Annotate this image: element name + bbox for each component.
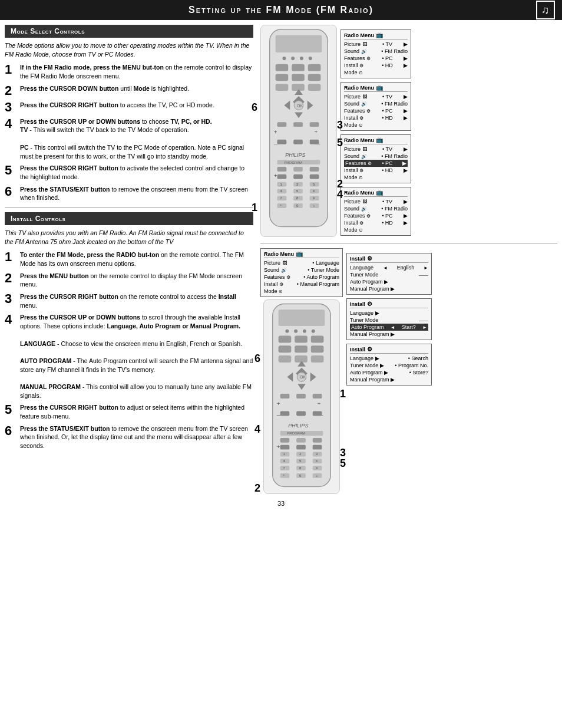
step6-num: 6 (5, 185, 16, 198)
svg-rect-98 (313, 411, 322, 416)
bottom-left-diagrams: Radio Menu 📺 Picture 🖼 • Language Sound … (260, 248, 343, 495)
svg-rect-24 (310, 122, 319, 127)
svg-rect-74 (295, 336, 308, 343)
menu-row: Mode ⊙ (344, 226, 408, 233)
s2-step4: 4 Press the CURSOR UP or DOWN buttons to… (5, 313, 253, 400)
svg-rect-41 (293, 174, 303, 179)
svg-point-72 (312, 330, 315, 333)
svg-point-5 (309, 57, 312, 60)
svg-point-2 (282, 57, 286, 60)
svg-text:OK: OK (300, 375, 306, 379)
step1-num: 1 (5, 63, 16, 76)
svg-rect-104 (313, 438, 322, 443)
menu-row: Language ▶ • Search (350, 355, 428, 362)
top-menus: Radio Menu 📺 Picture 🖼 • TV▶ Sound 🔊 • F… (340, 29, 411, 236)
svg-rect-89 (280, 394, 290, 398)
s2-step1-content: To enter the FM Mode, press the RADIO bu… (20, 251, 253, 268)
menu-row: Sound 🔊 • FM Radio (344, 100, 408, 107)
overlay-3-top: 3 (337, 119, 343, 131)
remote-svg-bot: OK + — + — PHILIPS (263, 299, 340, 494)
top-right-area: OK + — + — (260, 25, 557, 238)
s2-step4-content: Press the CURSOR UP or DOWN buttons to s… (20, 313, 253, 400)
s2-step3-num: 3 (5, 292, 16, 305)
menu-row: Install ⚙ • Manual Program (264, 281, 339, 288)
svg-point-3 (291, 57, 295, 60)
svg-rect-61 (277, 203, 287, 208)
s2-step6-num: 6 (5, 424, 16, 437)
svg-text:1: 1 (280, 183, 282, 186)
svg-text:+: + (315, 129, 318, 135)
svg-text:2: 2 (296, 183, 298, 186)
svg-text:PHILIPS: PHILIPS (285, 152, 305, 158)
menu-row: Sound 🔊 • FM Radio (344, 153, 408, 160)
step3-num: 3 (5, 101, 16, 114)
section2-header: Install Controls (5, 212, 253, 225)
svg-rect-8 (308, 64, 321, 71)
menu-box-1-title: Radio Menu 📺 (344, 32, 408, 39)
menu-row: Picture 🖼 • TV▶ (344, 198, 408, 205)
install-radio-menu: Radio Menu 📺 Picture 🖼 • Language Sound … (260, 248, 343, 297)
svg-rect-11 (308, 74, 321, 81)
menu-row: Install ⚙ • HD▶ (344, 167, 408, 174)
menu-row: Language ▶ (350, 309, 428, 317)
s2-step1-num: 1 (5, 251, 16, 263)
menu-row: Mode ⊙ (344, 69, 408, 76)
s2-step5-num: 5 (5, 403, 16, 416)
svg-text:+: + (277, 443, 280, 450)
menu-row: Features ⚙ • PC▶ (344, 212, 408, 219)
main-content: Mode Select Controls The Mode options al… (0, 20, 562, 495)
step3: 3 Press the CURSOR RIGHT button to acces… (5, 101, 253, 114)
menu-row: Install ⚙ • HD▶ (344, 114, 408, 121)
s2-step2-content: Press the MENU button on the remote cont… (20, 272, 253, 289)
svg-rect-78 (311, 345, 324, 353)
svg-rect-73 (279, 336, 292, 343)
svg-rect-76 (279, 345, 292, 353)
step5: 5 Press the CURSOR RIGHT button to activ… (5, 164, 253, 181)
svg-rect-30 (293, 140, 303, 144)
header-icon: ♫ (536, 1, 555, 19)
svg-rect-102 (280, 438, 290, 443)
svg-text:7: 7 (283, 466, 285, 470)
menu-row: Auto Program ▶ • Store? (350, 369, 428, 376)
svg-text:9: 9 (313, 196, 315, 200)
svg-text:+: + (274, 172, 277, 179)
page-num-text: 33 (277, 500, 285, 507)
left-column: Mode Select Controls The Mode options al… (5, 20, 258, 495)
section1-intro: The Mode options allow you to move to ot… (5, 41, 253, 58)
section2-title: Install Controls (11, 215, 65, 223)
menu-row: Manual Program ▶ (350, 285, 428, 292)
page-number: 33 (0, 500, 562, 509)
svg-rect-96 (280, 411, 290, 416)
svg-rect-35 (277, 167, 287, 172)
section1-header: Mode Select Controls (5, 25, 253, 38)
install-menu-boxes: Install ⚙ Language ◄ English ► Tuner Mod… (346, 253, 432, 386)
s2-step4-num: 4 (5, 313, 16, 326)
svg-rect-107 (280, 445, 290, 450)
menu-row: Tuner Mode —— (350, 271, 428, 278)
menu-box-1: Radio Menu 📺 Picture 🖼 • TV▶ Sound 🔊 • F… (340, 29, 411, 78)
step4-num: 4 (5, 117, 16, 130)
menu-row: Tuner Mode —— (350, 317, 428, 324)
step1: 1 If in the FM Radio mode, press the MEN… (5, 63, 253, 80)
svg-rect-81 (311, 355, 324, 363)
install-menu-1: Install ⚙ Language ◄ English ► Tuner Mod… (346, 253, 432, 295)
svg-rect-109 (313, 445, 322, 450)
svg-text:9: 9 (316, 466, 318, 470)
s2-step6-content: Press the STATUS/EXIT button to remove t… (20, 424, 253, 450)
menu-box-3: Radio Menu 📺 Picture 🖼 • TV▶ Sound 🔊 • F… (340, 134, 411, 183)
menu-row: Sound 🔊 • FM Radio (344, 48, 408, 55)
right-column: OK + — + — (258, 20, 557, 495)
page-header: Setting up the FM Mode (FM Radio) ♫ (0, 0, 562, 20)
svg-rect-1 (276, 35, 322, 53)
menu-row: Manual Program ▶ (350, 331, 428, 338)
svg-rect-68 (279, 309, 325, 326)
overlay-6-top: 6 (252, 101, 257, 114)
step5-num: 5 (5, 164, 16, 177)
menu-row: Install ⚙ • HD▶ (344, 219, 408, 226)
svg-rect-91 (313, 394, 322, 398)
s2-step3-content: Press the CURSOR RIGHT button on the rem… (20, 292, 253, 309)
menu-row: Picture 🖼 • Language (264, 259, 339, 266)
svg-rect-42 (310, 174, 319, 179)
svg-text:7: 7 (280, 196, 282, 200)
svg-rect-31 (310, 140, 319, 144)
